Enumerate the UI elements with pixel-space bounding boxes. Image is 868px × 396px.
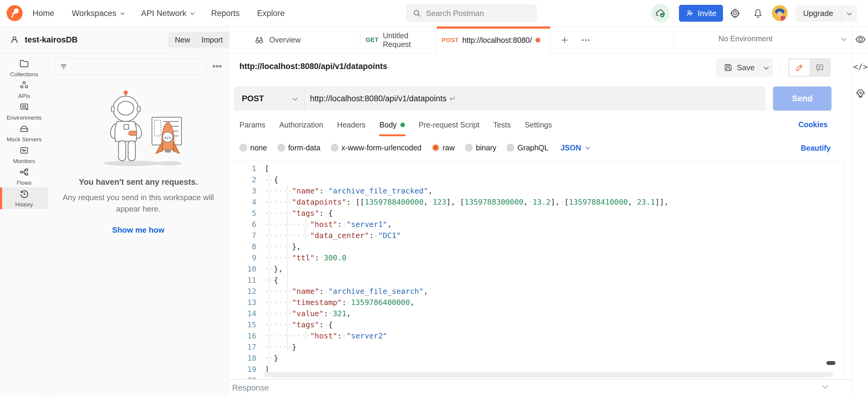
- body-mode-none[interactable]: none: [239, 143, 267, 152]
- nav-item-reports[interactable]: Reports: [211, 9, 240, 18]
- edit-comment-toggle: [788, 58, 831, 77]
- upgrade-label[interactable]: Upgrade: [795, 5, 841, 22]
- tab-overview[interactable]: Overview: [228, 27, 360, 53]
- nav-item-home[interactable]: Home: [33, 9, 54, 18]
- body-mode-binary[interactable]: binary: [465, 143, 496, 152]
- sidebar-item-label: APIs: [18, 93, 30, 99]
- body-mode-label: GraphQL: [517, 143, 549, 152]
- request-tab-pre-request-script[interactable]: Pre-request Script: [419, 113, 479, 136]
- send-button[interactable]: Send: [773, 87, 832, 110]
- sidebar-item-mock-servers[interactable]: Mock Servers: [0, 122, 48, 144]
- body-code-editor[interactable]: 1[2··{3······"name":·"archive_file_track…: [228, 160, 844, 379]
- url-input[interactable]: http://localhost:8080/api/v1/datapoints: [310, 94, 446, 103]
- request-tab-tests[interactable]: Tests: [493, 113, 511, 136]
- search-input[interactable]: [426, 9, 530, 18]
- language-chevron-icon: [586, 145, 590, 150]
- mock-server-icon: [19, 124, 29, 134]
- code-line: 8······},: [228, 241, 844, 252]
- request-tab-label: Params: [239, 121, 265, 129]
- response-expand-chevron-icon[interactable]: [823, 384, 827, 389]
- upgrade-chevron-icon[interactable]: [841, 5, 857, 22]
- tab-active-request[interactable]: POST http://localhost:8080/: [437, 27, 551, 54]
- nav-item-api-network[interactable]: API Network: [141, 9, 193, 18]
- sidebar-item-label: Flows: [17, 179, 32, 186]
- workspace-title[interactable]: test-kairosDB: [10, 35, 78, 44]
- body-mode-graphql[interactable]: GraphQL: [506, 143, 549, 152]
- postbot-lightbulb-icon[interactable]: [854, 88, 867, 100]
- body-mode-form-data[interactable]: form-data: [277, 143, 320, 152]
- top-navbar: HomeWorkspacesAPI NetworkReportsExplore …: [0, 0, 868, 27]
- beautify-link[interactable]: Beautify: [801, 144, 831, 153]
- header-divider: [780, 61, 781, 74]
- new-tab-plus-icon[interactable]: [558, 33, 571, 47]
- save-options-chevron-icon[interactable]: [758, 58, 773, 77]
- request-tab-label: Body: [379, 121, 397, 129]
- nav-item-workspaces[interactable]: Workspaces: [72, 9, 124, 18]
- sidebar-item-flows[interactable]: Flows: [0, 166, 48, 188]
- upgrade-button[interactable]: Upgrade: [795, 5, 857, 22]
- environment-quick-look-eye-icon[interactable]: [854, 33, 867, 46]
- code-line: 11··{: [228, 274, 844, 286]
- nav-item-label: Reports: [211, 9, 240, 18]
- history-filter-input[interactable]: [71, 59, 204, 74]
- import-button[interactable]: Import: [195, 32, 229, 47]
- method-chevron-icon: [292, 96, 298, 101]
- request-tab-settings[interactable]: Settings: [525, 113, 552, 136]
- comment-icon[interactable]: [809, 59, 830, 76]
- method-selector[interactable]: POST: [234, 87, 305, 110]
- vertical-scrollbar-thumb[interactable]: [827, 361, 835, 365]
- nav-item-label: Home: [33, 9, 54, 18]
- postman-logo-icon[interactable]: [7, 5, 23, 21]
- body-mode-raw[interactable]: raw: [432, 143, 455, 152]
- monitor-icon: [19, 145, 29, 156]
- invite-person-icon: [686, 9, 694, 18]
- save-button[interactable]: Save: [716, 58, 762, 77]
- language-selector[interactable]: JSON: [560, 143, 589, 152]
- nav-item-explore[interactable]: Explore: [257, 9, 285, 18]
- request-panel: http://localhost:8080/api/v1/datapoints …: [228, 53, 852, 396]
- workspace-person-icon: [10, 35, 19, 44]
- sidebar-item-environments[interactable]: Environments: [0, 101, 48, 122]
- history-more-dots-icon[interactable]: [212, 61, 222, 72]
- settings-gear-icon[interactable]: [728, 7, 742, 20]
- invite-button[interactable]: Invite: [679, 5, 723, 22]
- response-section-header[interactable]: Response: [228, 379, 852, 396]
- line-number: 4: [228, 197, 262, 208]
- horizontal-scrollbar[interactable]: [264, 372, 833, 377]
- code-line: 5······"tags":·{: [228, 208, 844, 219]
- line-number: 16: [228, 330, 262, 341]
- sync-status-icon[interactable]: [651, 4, 670, 23]
- sidebar-item-label: History: [15, 201, 33, 208]
- new-button[interactable]: New: [168, 32, 196, 47]
- code-line: 6··········"host":·"server1",: [228, 219, 844, 230]
- sidebar-item-monitors[interactable]: Monitors: [0, 144, 48, 166]
- environment-selector[interactable]: No Environment: [718, 34, 845, 43]
- body-mode-label: binary: [476, 143, 496, 152]
- request-tab-headers[interactable]: Headers: [337, 113, 366, 136]
- request-tab-body[interactable]: Body: [379, 113, 405, 136]
- global-search[interactable]: [406, 5, 537, 22]
- sidebar-item-history[interactable]: History: [0, 188, 48, 209]
- sidebar-item-apis[interactable]: APIs: [0, 79, 48, 101]
- code-line-content: ······},: [265, 242, 301, 251]
- language-label: JSON: [560, 143, 581, 152]
- code-line: 15······"tags":·{: [228, 319, 844, 330]
- line-number: 20: [228, 375, 262, 379]
- line-number: 12: [228, 286, 262, 297]
- edit-pencil-icon[interactable]: [789, 59, 809, 76]
- request-tab-authorization[interactable]: Authorization: [279, 113, 323, 136]
- user-avatar[interactable]: [772, 5, 788, 21]
- tab-options-dots-icon[interactable]: [579, 33, 593, 47]
- sidebar-item-collections[interactable]: Collections: [0, 57, 48, 79]
- notifications-bell-icon[interactable]: [751, 7, 765, 20]
- tab-untitled-request[interactable]: GET Untitled Request: [360, 27, 437, 53]
- code-line-content: [: [265, 164, 269, 173]
- show-me-how-link[interactable]: Show me how: [112, 225, 164, 235]
- line-number: 17: [228, 341, 262, 353]
- cookies-link[interactable]: Cookies: [798, 120, 828, 129]
- request-tab-params[interactable]: Params: [239, 113, 265, 136]
- code-snippet-icon[interactable]: </>: [854, 60, 867, 73]
- body-mode-x-www-form-urlencoded[interactable]: x-www-form-urlencoded: [331, 143, 422, 152]
- history-filter-field[interactable]: [54, 58, 206, 74]
- enter-key-icon: ↵: [450, 94, 456, 103]
